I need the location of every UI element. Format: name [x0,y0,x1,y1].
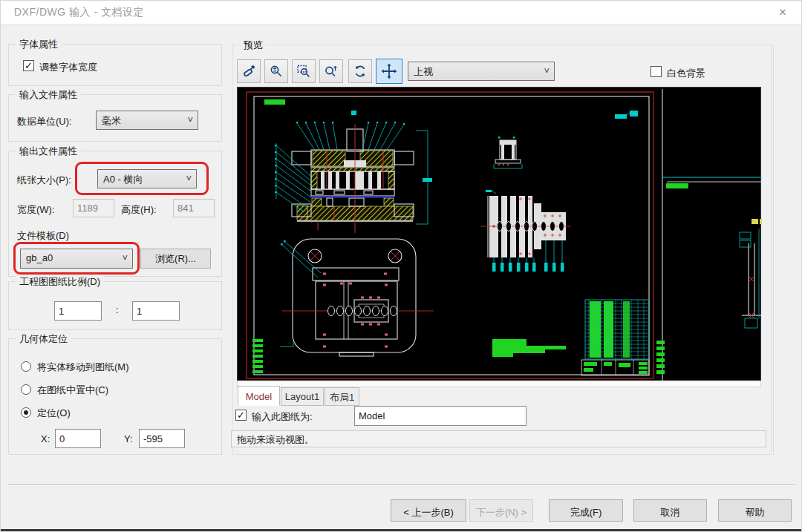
drawing-scale-title: 工程图图纸比例(D) [16,275,104,289]
scale-numerator-field[interactable] [54,301,102,321]
import-sheet-name-field[interactable] [354,406,526,426]
dxf-dwg-import-dialog: DXF/DWG 输入 - 文档设定 × 字体属性 ✓ 调整字体宽度 输入文件属性… [0,0,802,532]
paper-size-label: 纸张大小(P): [17,174,71,187]
file-template-dropdown[interactable]: gb_a0 ˅ [20,249,133,269]
scale-colon: : [116,304,119,315]
output-file-title: 输出文件属性 [16,145,81,158]
data-units-label: 数据单位(U): [17,115,72,128]
cad-preview-canvas[interactable] [237,87,761,381]
geometry-position-title: 几何体定位 [16,332,71,346]
radio-position-label: 定位(O) [37,407,71,420]
chevron-down-icon: ˅ [544,65,550,76]
font-properties-title: 字体属性 [16,38,62,51]
zoom-to-area-button[interactable] [292,59,316,83]
radio-position[interactable] [21,407,31,418]
x-label: X: [41,433,50,444]
file-template-value: gb_a0 [26,252,53,263]
titlebar: DXF/DWG 输入 - 文档设定 × [1,1,802,24]
adjust-font-width-label: 调整字体宽度 [39,61,97,74]
tab-layout-cn[interactable]: 布局1 [325,387,359,406]
zoom-to-selection-button[interactable] [237,59,261,83]
width-label: 宽度(W): [17,203,55,217]
zoom-to-area-icon [296,64,311,79]
chevron-down-icon: ˅ [186,173,192,184]
zoom-in-out-icon [269,64,284,79]
zoom-in-out-button[interactable] [264,59,288,83]
tab-model[interactable]: Model [238,386,280,406]
window-bottom-edge [1,529,802,531]
height-field [173,199,215,217]
paper-size-dropdown[interactable]: A0 - 横向 ˅ [97,169,197,188]
dialog-title: DXF/DWG 输入 - 文档设定 [14,6,144,19]
radio-move-entities-label: 将实体移动到图纸(M) [37,361,129,374]
pan-button[interactable] [376,59,402,84]
finish-button[interactable]: 完成(F) [549,499,623,522]
height-label: 高度(H): [121,203,157,217]
help-button[interactable]: 帮助 [718,499,792,522]
file-template-label: 文件模板(D) [17,229,69,243]
import-sheet-checkbox[interactable]: ✓ [235,410,247,421]
chevron-down-icon: ˅ [187,114,193,125]
close-icon[interactable]: × [773,4,792,22]
import-sheet-label: 输入此图纸为: [252,410,313,424]
refresh-icon [353,64,368,79]
data-units-value: 毫米 [102,115,121,126]
refresh-button[interactable] [348,59,372,83]
panel-divider [773,45,774,455]
radio-center-in-sheet[interactable] [21,384,31,395]
white-background-checkbox[interactable] [651,66,662,77]
pan-icon [381,63,397,79]
zoom-to-selection-icon [241,64,256,79]
radio-center-in-sheet-label: 在图纸中置中(C) [37,384,108,397]
cancel-button[interactable]: 取消 [633,499,707,522]
chevron-down-icon: ˅ [122,252,128,263]
input-file-title: 输入文件属性 [16,88,81,102]
back-button[interactable]: < 上一步(B) [391,499,466,522]
adjust-font-width-checkbox[interactable]: ✓ [23,60,34,71]
preview-status-bar: 拖动来滚动视图。 [231,430,766,447]
paper-size-value: A0 - 横向 [103,174,143,185]
preview-horizontal-scrollbar[interactable] [237,381,761,387]
cad-drawing [238,88,762,381]
tab-layout1[interactable]: Layout1 [281,387,324,406]
y-label: Y: [124,433,133,444]
next-button: 下一步(N) > [469,499,533,522]
view-orientation-dropdown[interactable]: 上视 ˅ [408,62,555,81]
radio-move-entities[interactable] [21,361,31,372]
y-field[interactable] [139,429,185,448]
width-field [73,199,114,217]
zoom-to-scale-button[interactable] [319,59,343,83]
scale-denominator-field[interactable] [132,301,180,321]
zoom-to-scale-icon [324,64,339,79]
preview-title: 预览 [240,39,267,52]
x-field[interactable] [55,429,101,448]
white-background-label: 白色背景 [667,67,705,80]
browse-button[interactable]: 浏览(R)... [140,249,211,269]
drawing-scale-group: 工程图图纸比例(D) [8,281,222,330]
data-units-dropdown[interactable]: 毫米 ˅ [96,111,198,130]
view-orientation-value: 上视 [414,66,433,77]
footer-separator [8,485,795,485]
